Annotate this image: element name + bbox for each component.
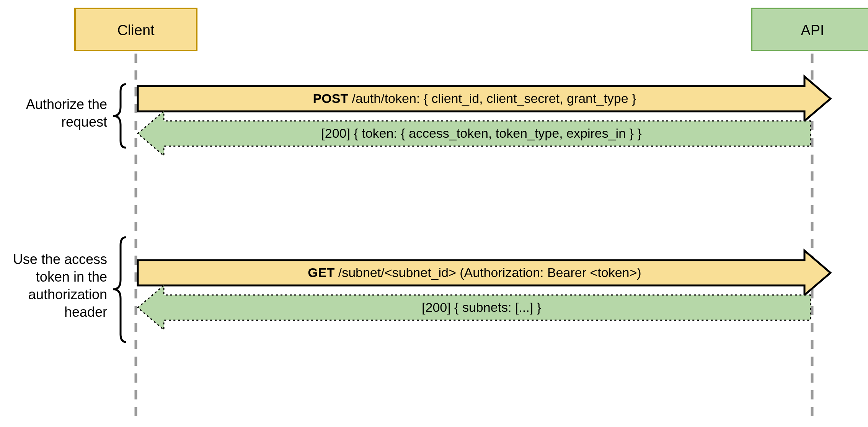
actor-label-client: Client <box>117 22 155 38</box>
sequence-diagram: Client API Authorize the request POST /a… <box>0 0 868 427</box>
actor-label-api: API <box>801 22 824 38</box>
phase-2-line-3: authorization <box>28 287 107 302</box>
msg-post-response: [200] { token: { access_token, token_typ… <box>321 126 641 140</box>
phase-1-line-1: Authorize the <box>26 96 107 112</box>
msg-get-request: GET /subnet/<subnet_id> (Authorization: … <box>308 265 641 280</box>
phase-1-line-2: request <box>61 114 107 130</box>
msg-post-request: POST /auth/token: { client_id, client_se… <box>313 91 636 106</box>
phase-2-line-1: Use the access <box>13 251 107 267</box>
phase-2-line-2: token in the <box>36 269 107 285</box>
msg-get-rest: /subnet/<subnet_id> (Authorization: Bear… <box>334 265 641 280</box>
msg-post-rest: /auth/token: { client_id, client_secret,… <box>348 91 636 106</box>
msg-get-verb: GET <box>308 265 334 280</box>
brace-phase-2 <box>113 237 126 342</box>
brace-phase-1 <box>113 84 126 148</box>
phase-2-line-4: header <box>64 304 107 320</box>
msg-post-verb: POST <box>313 91 349 106</box>
msg-get-response: [200] { subnets: [...] } <box>422 300 541 315</box>
